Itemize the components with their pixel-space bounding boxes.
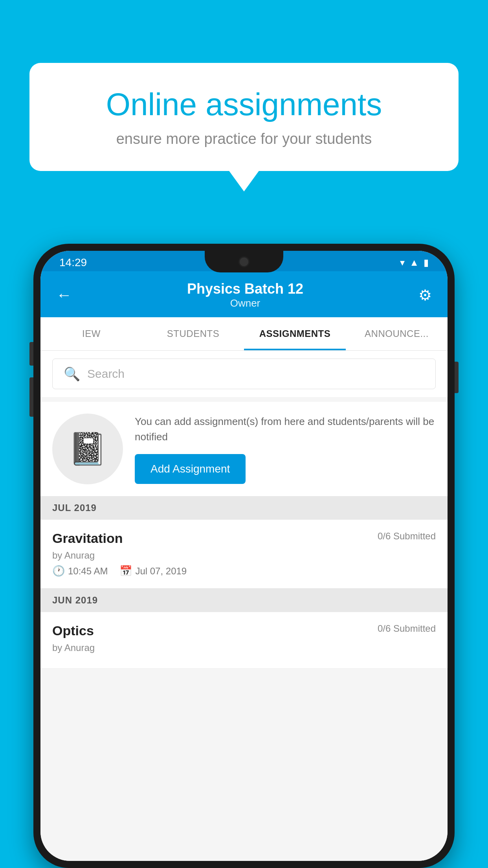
assignment-by-gravitation: by Anurag <box>52 550 436 561</box>
settings-icon[interactable]: ⚙ <box>418 287 432 304</box>
back-button[interactable]: ← <box>56 286 72 304</box>
tab-students[interactable]: STUDENTS <box>142 317 244 350</box>
phone-notch <box>205 251 283 272</box>
add-assignment-button[interactable]: Add Assignment <box>135 454 246 484</box>
assignment-submitted-gravitation: 0/6 Submitted <box>378 531 436 542</box>
search-bar[interactable]: 🔍 Search <box>52 359 436 389</box>
search-container: 🔍 Search <box>40 351 448 397</box>
assignment-item-optics[interactable]: Optics 0/6 Submitted by Anurag <box>40 612 448 669</box>
status-icons: ▾ ▲ ▮ <box>400 257 429 268</box>
clock-icon: 🕐 <box>52 565 65 577</box>
calendar-icon: 📅 <box>119 565 132 577</box>
volume-down-button <box>29 377 33 417</box>
promo-content: You can add assignment(s) from here and … <box>135 414 436 484</box>
speech-bubble-title: Online assignments <box>57 86 431 123</box>
meta-date-gravitation: 📅 Jul 07, 2019 <box>119 565 187 577</box>
tab-announcements[interactable]: ANNOUNCE... <box>346 317 448 350</box>
promo-section: 📓 You can add assignment(s) from here an… <box>40 402 448 496</box>
assignment-by-optics: by Anurag <box>52 642 436 653</box>
power-button <box>455 362 459 393</box>
status-time: 14:29 <box>59 256 87 269</box>
phone-wrapper: 14:29 ▾ ▲ ▮ ← Physics Batch 12 Owner ⚙ I… <box>33 244 455 868</box>
screen-content: 🔍 Search 📓 You can add assignment(s) fro… <box>40 351 448 861</box>
header-subtitle: Owner <box>187 297 303 309</box>
speech-bubble-container: Online assignments ensure more practice … <box>29 63 459 171</box>
section-jun-2019: JUN 2019 <box>40 588 448 612</box>
search-icon: 🔍 <box>64 366 80 382</box>
battery-icon: ▮ <box>424 257 429 268</box>
phone-screen: 14:29 ▾ ▲ ▮ ← Physics Batch 12 Owner ⚙ I… <box>40 251 448 861</box>
front-camera <box>238 256 250 267</box>
wifi-icon: ▾ <box>400 257 405 268</box>
search-placeholder: Search <box>87 367 125 381</box>
volume-up-button <box>29 342 33 366</box>
phone-outer: 14:29 ▾ ▲ ▮ ← Physics Batch 12 Owner ⚙ I… <box>33 244 455 868</box>
tab-assignments[interactable]: ASSIGNMENTS <box>244 317 346 350</box>
section-jul-2019: JUL 2019 <box>40 496 448 520</box>
assignment-top-optics: Optics 0/6 Submitted <box>52 623 436 638</box>
app-header: ← Physics Batch 12 Owner ⚙ <box>40 271 448 317</box>
header-title: Physics Batch 12 <box>187 281 303 297</box>
meta-time-gravitation: 🕐 10:45 AM <box>52 565 108 577</box>
assignment-name-optics: Optics <box>52 623 94 638</box>
tabs-bar: IEW STUDENTS ASSIGNMENTS ANNOUNCE... <box>40 317 448 351</box>
assignment-top: Gravitation 0/6 Submitted <box>52 531 436 546</box>
notebook-icon: 📓 <box>68 430 107 467</box>
speech-bubble: Online assignments ensure more practice … <box>29 63 459 171</box>
signal-icon: ▲ <box>409 257 419 268</box>
promo-icon-circle: 📓 <box>52 414 123 484</box>
assignment-submitted-optics: 0/6 Submitted <box>378 623 436 634</box>
assignment-item-gravitation[interactable]: Gravitation 0/6 Submitted by Anurag 🕐 10… <box>40 520 448 588</box>
assignment-time-gravitation: 10:45 AM <box>68 566 108 577</box>
assignment-name-gravitation: Gravitation <box>52 531 123 546</box>
promo-text: You can add assignment(s) from here and … <box>135 414 436 445</box>
assignment-date-gravitation: Jul 07, 2019 <box>135 566 187 577</box>
assignment-meta-gravitation: 🕐 10:45 AM 📅 Jul 07, 2019 <box>52 565 436 577</box>
tab-iew[interactable]: IEW <box>40 317 142 350</box>
speech-bubble-subtitle: ensure more practice for your students <box>57 131 431 147</box>
header-center: Physics Batch 12 Owner <box>187 281 303 309</box>
